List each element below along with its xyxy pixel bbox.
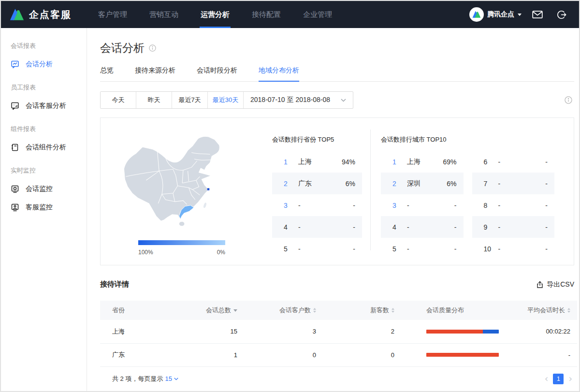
china-map-block: 100% 0% [101, 118, 262, 265]
per-page-value: 15 [165, 375, 172, 382]
tab-1[interactable]: 总览 [100, 66, 114, 81]
chevron-down-icon [341, 99, 346, 102]
cell-province: 上海 [100, 320, 177, 343]
next-page-button[interactable]: › [568, 374, 572, 383]
navbar-right: 腾讯企点 [469, 7, 569, 22]
rank-number: 10 [484, 245, 493, 253]
map-province-shanghai [207, 188, 209, 190]
region-distribution-panel: 100% 0% 会话数排行省份 TOP5 1上海94%2广东6%3--4--5-… [100, 117, 574, 265]
prev-page-button[interactable]: ‹ [545, 374, 549, 383]
rank-row: 9-- [472, 216, 555, 238]
date-range-select[interactable]: 2018-07-10 至 2018-08-08 [244, 92, 353, 108]
rank-row: 4-- [381, 216, 464, 238]
map-legend: 100% 0% [138, 240, 225, 256]
tab-3[interactable]: 会话时段分析 [197, 66, 237, 81]
rank-value: - [454, 223, 457, 231]
pagination: 共 2 项，每页显示 15 ‹ 1 › [100, 367, 574, 391]
top-navbar: 企点客服 客户管理营销互动运营分析接待配置企业管理 腾讯企点 [1, 1, 579, 28]
table-body: 上海153200:02:22广东100- [100, 320, 577, 366]
quick-filter-3[interactable]: 最近7天 [172, 92, 208, 108]
column-header-3[interactable]: 会话客户数 [241, 301, 320, 320]
column-header-label: 会话客户数 [279, 306, 316, 315]
quick-filter-1[interactable]: 今天 [101, 92, 136, 108]
rank-number: 1 [284, 158, 292, 166]
rank-number: 3 [392, 202, 401, 209]
nav-item-3[interactable]: 运营分析 [192, 1, 238, 28]
column-header-1: 省份 [100, 301, 177, 320]
tab-2[interactable]: 接待来源分析 [135, 66, 175, 81]
nav-item-5[interactable]: 企业管理 [295, 1, 340, 28]
china-map[interactable] [113, 125, 253, 236]
sidebar-item-label: 会话分析 [26, 60, 53, 69]
city-top10-panel: 会话数排行城市 TOP10 1上海69%2深圳6%3--4--5-- 6--7-… [381, 118, 554, 265]
rank-name: - [407, 245, 409, 253]
rank-name: - [498, 245, 501, 253]
sort-up-icon [313, 308, 316, 310]
sidebar: 会话报表会话分析员工报表会话客服分析组件报表会话组件分析实时监控会话监控客服监控 [1, 28, 87, 391]
rank-value: - [353, 223, 355, 231]
sort-down-icon [313, 311, 316, 313]
navbar-menu: 客户管理营销互动运营分析接待配置企业管理 [90, 1, 346, 28]
rank-row: 3-- [272, 194, 362, 216]
quick-filter-4[interactable]: 最近30天 [208, 92, 244, 108]
sidebar-item-agent-analysis[interactable]: 会话客服分析 [11, 102, 87, 110]
nav-item-1[interactable]: 客户管理 [90, 1, 135, 28]
date-range-value: 2018-07-10 至 2018-08-08 [250, 96, 330, 104]
per-page-select[interactable]: 15 [165, 375, 178, 382]
cell-quality [398, 320, 502, 343]
app-window: 企点客服 客户管理营销互动运营分析接待配置企业管理 腾讯企点 [0, 0, 580, 392]
detail-table: 省份会话总数会话客户数新客数会话质量分布平均会话时长 上海153200:02:2… [100, 301, 577, 367]
brand-name: 企点客服 [29, 8, 72, 21]
rank-name: 深圳 [407, 179, 420, 188]
info-icon[interactable] [149, 44, 156, 52]
sidebar-item-component-analysis[interactable]: 会话组件分析 [11, 143, 87, 152]
logout-icon[interactable] [553, 8, 569, 22]
sidebar-item-session-analysis[interactable]: 会话分析 [11, 60, 87, 69]
nav-item-2[interactable]: 营销互动 [141, 1, 187, 28]
chevron-down-icon [518, 14, 522, 16]
nav-item-4[interactable]: 接待配置 [244, 1, 289, 28]
table-header-row: 省份会话总数会话客户数新客数会话质量分布平均会话时长 [100, 301, 577, 320]
tab-4[interactable]: 地域分布分析 [259, 66, 299, 81]
column-header-2[interactable]: 会话总数 [177, 301, 241, 320]
sidebar-item-agent-monitor[interactable]: 客服监控 [11, 203, 87, 212]
table-row: 广东100- [100, 343, 577, 366]
rank-name: - [298, 245, 301, 253]
column-label: 会话质量分布 [426, 306, 464, 315]
column-header-6[interactable]: 平均会话时长 [502, 301, 577, 320]
avatar [469, 7, 484, 22]
province-top5-rows: 1上海94%2广东6%3--4--5-- [272, 151, 362, 260]
date-filter-group: 今天昨天最近7天最近30天 2018-07-10 至 2018-08-08 [100, 91, 353, 109]
quality-red-segment [426, 330, 483, 334]
rank-name: - [407, 223, 409, 231]
sort-icon [313, 308, 316, 313]
info-icon[interactable] [565, 96, 572, 104]
rank-number: 4 [392, 223, 401, 231]
rank-value: - [545, 202, 548, 209]
tab-bar: 总览接待来源分析会话时段分析地域分布分析 [100, 66, 574, 82]
legend-min-label: 0% [217, 249, 225, 256]
sidebar-item-label: 客服监控 [26, 203, 53, 212]
chat-chart-icon [11, 60, 19, 69]
column-label: 新客数 [370, 306, 389, 315]
page-number-button[interactable]: 1 [553, 374, 564, 384]
rank-row: 6-- [472, 151, 555, 173]
column-header-4[interactable]: 新客数 [320, 301, 398, 320]
rank-number: 6 [484, 158, 493, 166]
page-head: 会话分析 [100, 41, 574, 56]
mail-icon[interactable] [529, 9, 546, 21]
export-label: 导出CSV [547, 280, 574, 289]
account-menu[interactable]: 腾讯企点 [469, 7, 522, 22]
rank-value: 94% [342, 158, 355, 166]
sidebar-item-session-monitor[interactable]: 会话监控 [11, 185, 87, 193]
quality-red-segment [426, 353, 499, 357]
body-row: 会话报表会话分析员工报表会话客服分析组件报表会话组件分析实时监控会话监控客服监控… [1, 28, 579, 391]
export-csv-button[interactable]: 导出CSV [536, 280, 574, 289]
sidebar-section: 组件报表会话组件分析 [11, 125, 87, 152]
detail-title: 接待详情 [100, 280, 129, 289]
column-label: 会话总数 [206, 306, 231, 315]
rank-number: 4 [284, 223, 292, 231]
sidebar-item-label: 会话组件分析 [26, 143, 66, 152]
quick-filter-2[interactable]: 昨天 [136, 92, 172, 108]
rank-value: 6% [346, 180, 355, 188]
